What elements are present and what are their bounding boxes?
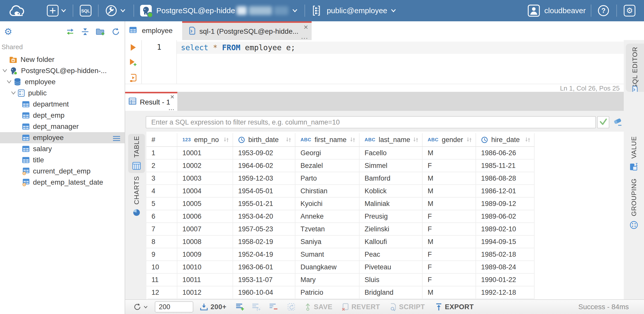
schema-selector-icon[interactable] <box>312 5 321 16</box>
sort-icon[interactable] <box>524 136 531 143</box>
grid-cell[interactable]: 10004 <box>177 185 233 197</box>
grid-cell[interactable]: Simmel <box>359 159 422 172</box>
tab-sql-editor-vertical[interactable]: SQL EDITOR <box>626 44 644 92</box>
grid-cell[interactable]: 1953-09-02 <box>233 147 295 159</box>
grid-cell[interactable]: 1957-05-23 <box>233 223 295 235</box>
grid-cell[interactable]: Chirstian <box>295 185 359 197</box>
tree-item[interactable]: current_dept_emp <box>0 166 125 177</box>
apply-filter-button[interactable] <box>597 116 609 128</box>
grid-cell[interactable]: 1959-12-03 <box>233 172 295 185</box>
grid-cell[interactable]: 1955-01-21 <box>233 197 295 210</box>
schema-chevron-icon[interactable] <box>390 9 396 13</box>
grid-cell[interactable]: M <box>422 235 476 248</box>
clear-filter-eraser-icon[interactable] <box>613 117 623 128</box>
grid-cell[interactable]: 10003 <box>177 172 233 185</box>
grid-cell[interactable]: Preusig <box>359 210 422 223</box>
row-number-cell[interactable]: 8 <box>146 235 177 248</box>
grid-cell[interactable]: 10008 <box>177 235 233 248</box>
grid-cell[interactable]: Piveteau <box>359 261 422 273</box>
new-connection-button[interactable] <box>47 5 59 16</box>
tree-item[interactable]: PostgreSQL@ep-hidden-... <box>0 65 125 76</box>
tree-item[interactable]: New folder <box>0 54 125 65</box>
delete-row-button[interactable] <box>269 303 278 311</box>
row-number-cell[interactable]: 3 <box>146 172 177 185</box>
close-icon[interactable]: × <box>170 93 174 100</box>
grid-cell[interactable]: Kyoichi <box>295 197 359 210</box>
row-number-cell[interactable]: 4 <box>146 185 177 197</box>
new-connection-chevron-icon[interactable] <box>61 9 67 13</box>
tab-employee[interactable]: employee <box>125 21 182 40</box>
driver-chevron-icon[interactable] <box>120 9 126 13</box>
tab-sql-editor[interactable]: sql-1 (PostgreSQL@ep-hidde... × ... <box>182 21 312 40</box>
row-number-cell[interactable]: 11 <box>146 273 177 286</box>
execute-script-button[interactable] <box>129 74 137 82</box>
grid-cell[interactable]: 1989-02-10 <box>476 223 534 235</box>
grid-cell[interactable]: Bamford <box>359 172 422 185</box>
row-number-cell[interactable]: 10 <box>146 261 177 273</box>
sort-icon[interactable] <box>223 136 230 143</box>
settings-gear-button[interactable]: ⚙ <box>624 5 635 16</box>
tab-more-icon[interactable]: ... <box>301 33 308 40</box>
grid-cell[interactable]: 1986-06-26 <box>476 147 534 159</box>
grid-cell[interactable]: 10012 <box>177 286 233 299</box>
row-number-cell[interactable]: 9 <box>146 248 177 261</box>
tree-item[interactable]: employee <box>0 76 125 88</box>
tab-result-1[interactable]: Result - 1 × ... <box>125 92 177 111</box>
grid-cell[interactable]: 10009 <box>177 248 233 261</box>
tree-item[interactable]: department <box>0 99 125 110</box>
grid-cell[interactable]: 1985-02-18 <box>476 248 534 261</box>
help-icon[interactable]: ? <box>597 5 610 17</box>
column-header-first_name[interactable]: ABCfirst_name <box>295 133 359 147</box>
sql-editor-button[interactable]: SQL <box>80 5 91 16</box>
grid-cell[interactable]: F <box>422 159 476 172</box>
tree-item[interactable]: public <box>0 88 125 99</box>
schema-selector-label[interactable]: public@employee <box>327 6 387 15</box>
grid-cell[interactable]: Bezalel <box>295 159 359 172</box>
tree-item[interactable]: salary <box>0 143 125 154</box>
grid-cell[interactable]: 10011 <box>177 273 233 286</box>
grid-cell[interactable]: Georgi <box>295 147 359 159</box>
grid-cell[interactable]: 1986-12-01 <box>476 185 534 197</box>
grid-cell[interactable]: 10010 <box>177 261 233 273</box>
driver-manager-icon[interactable] <box>105 5 117 17</box>
row-number-cell[interactable]: 12 <box>146 286 177 299</box>
grid-cell[interactable]: Parto <box>295 172 359 185</box>
row-number-cell[interactable]: 2 <box>146 159 177 172</box>
column-header-emp_no[interactable]: 123emp_no <box>177 133 233 147</box>
row-limit-input[interactable] <box>155 301 193 312</box>
grid-cell[interactable]: 10006 <box>177 210 233 223</box>
grid-cell[interactable]: Koblick <box>359 185 422 197</box>
row-number-cell[interactable]: 6 <box>146 210 177 223</box>
postgres-connection-icon[interactable] <box>140 5 152 16</box>
grid-cell[interactable]: F <box>422 223 476 235</box>
tab-grouping-panel[interactable]: GROUPING <box>624 178 644 231</box>
grid-cell[interactable]: Duangkaew <box>295 261 359 273</box>
grid-cell[interactable]: M <box>422 185 476 197</box>
grid-cell[interactable]: M <box>422 172 476 185</box>
user-icon[interactable] <box>528 5 540 17</box>
grid-cell[interactable]: F <box>422 273 476 286</box>
grid-cell[interactable]: Mary <box>295 273 359 286</box>
filter-input[interactable] <box>146 116 596 128</box>
refresh-result-button[interactable] <box>133 303 148 311</box>
sort-icon[interactable] <box>466 136 472 143</box>
tab-charts-presentation[interactable]: CHARTS <box>128 178 145 216</box>
grid-cell[interactable]: 1953-11-07 <box>233 273 295 286</box>
grid-cell[interactable]: 10007 <box>177 223 233 235</box>
grid-cell[interactable]: 1989-08-24 <box>476 261 534 273</box>
tab-value-panel[interactable]: VALUE <box>624 136 644 172</box>
fetch-more-rows-button[interactable]: 200+ <box>200 303 226 311</box>
grid-cell[interactable]: Facello <box>359 147 422 159</box>
row-number-cell[interactable]: 7 <box>146 223 177 235</box>
collapse-all-icon[interactable] <box>81 28 89 36</box>
grid-cell[interactable]: 1958-02-19 <box>233 235 295 248</box>
grid-cell[interactable]: 10005 <box>177 197 233 210</box>
duplicate-row-button[interactable]: (+) <box>252 303 261 311</box>
connection-chevron-icon[interactable] <box>292 9 298 13</box>
close-icon[interactable]: × <box>304 23 308 31</box>
grid-cell[interactable]: 1963-06-01 <box>233 261 295 273</box>
grid-cell[interactable]: Maliniak <box>359 197 422 210</box>
grid-cell[interactable]: F <box>422 261 476 273</box>
column-header-last_name[interactable]: ABClast_name <box>359 133 422 147</box>
grid-cell[interactable]: 1986-08-28 <box>476 172 534 185</box>
